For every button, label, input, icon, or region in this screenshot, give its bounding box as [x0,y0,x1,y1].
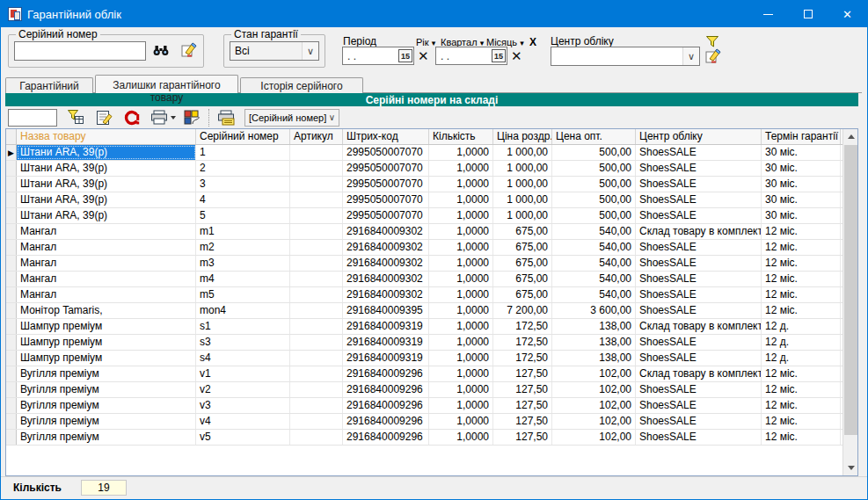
table-cell[interactable]: ShoesSALE [636,177,762,192]
table-cell[interactable]: 7 200,00 [493,303,552,318]
table-cell[interactable]: 1,0000 [429,208,493,223]
table-cell[interactable]: 102,00 [552,382,636,397]
table-cell[interactable]: 12 д. [762,351,841,366]
vertical-scrollbar[interactable] [842,129,857,475]
table-cell[interactable]: m2 [196,240,290,255]
table-cell[interactable]: Штани ARA, 39(р) [17,192,196,207]
column-header-4[interactable]: Кількість [429,129,493,144]
table-cell[interactable]: 1,0000 [429,366,493,381]
table-cell[interactable]: 12 міс. [762,287,841,302]
table-cell[interactable]: m4 [196,272,290,286]
table-cell[interactable]: 540,00 [552,240,636,255]
table-cell[interactable]: 1 [196,145,290,160]
table-cell[interactable]: 1,0000 [429,319,493,334]
table-cell[interactable]: 1,0000 [429,382,493,397]
table-cell[interactable]: m1 [196,224,290,239]
table-cell[interactable]: v5 [196,430,290,445]
table-cell[interactable]: 102,00 [552,414,636,429]
table-cell[interactable]: ShoesSALE [636,161,762,176]
table-cell[interactable] [290,319,343,334]
table-cell[interactable]: 1,0000 [429,287,493,302]
table-cell[interactable]: 2916840009395 [343,303,429,318]
table-cell[interactable]: Мангал [17,256,196,271]
table-cell[interactable]: Мангал [17,287,196,302]
table-cell[interactable]: 1,0000 [429,414,493,429]
table-cell[interactable]: 3 [196,177,290,192]
column-header-0[interactable]: Назва товару [17,129,196,144]
clear-serial-button[interactable] [179,40,199,59]
table-cell[interactable] [290,382,343,397]
table-cell[interactable] [290,256,343,271]
table-cell[interactable]: 138,00 [552,351,636,366]
table-cell[interactable]: Шампур преміум [17,351,196,366]
column-header-7[interactable]: Центр обліку [636,129,762,144]
table-cell[interactable]: 127,50 [493,382,552,397]
table-cell[interactable]: 2995050007070 [343,192,429,207]
table-cell[interactable]: 127,50 [493,398,552,413]
table-cell[interactable]: 675,00 [493,224,552,239]
table-cell[interactable] [290,351,343,366]
table-cell[interactable]: 2916840009319 [343,335,429,350]
table-cell[interactable]: 1,0000 [429,430,493,445]
scroll-thumb[interactable] [844,145,857,435]
table-cell[interactable]: 172,50 [493,319,552,334]
grouping-combo[interactable]: [Серійний номер] ∨ [244,109,339,127]
table-cell[interactable]: 1,0000 [429,224,493,239]
table-cell[interactable]: 1,0000 [429,240,493,255]
table-cell[interactable]: 12 міс. [762,256,841,271]
scroll-up-button[interactable] [843,129,858,144]
column-header-3[interactable]: Штрих-код [343,129,429,144]
table-cell[interactable] [290,335,343,350]
table-cell[interactable] [290,287,343,302]
table-cell[interactable]: 12 міс. [762,414,841,429]
table-cell[interactable]: 172,50 [493,335,552,350]
table-cell[interactable]: Вугілля преміум [17,430,196,445]
clear-center-button[interactable] [704,46,723,65]
table-cell[interactable]: v4 [196,414,290,429]
table-cell[interactable]: 2916840009296 [343,398,429,413]
calendar-icon[interactable]: 15 [398,49,412,62]
table-cell[interactable]: Мангал [17,224,196,239]
table-cell[interactable]: 102,00 [552,398,636,413]
table-cell[interactable] [290,192,343,207]
table-cell[interactable]: v1 [196,366,290,381]
table-cell[interactable]: 500,00 [552,177,636,192]
table-cell[interactable]: Вугілля преміум [17,414,196,429]
table-cell[interactable]: 2916840009296 [343,382,429,397]
table-cell[interactable]: Склад товару в комплекті д. [636,319,762,334]
column-header-8[interactable]: Термін гарантії [762,129,841,144]
table-cell[interactable]: 2916840009296 [343,430,429,445]
table-cell[interactable] [290,240,343,255]
binoculars-search-button[interactable] [152,41,170,59]
table-cell[interactable]: 1,0000 [429,256,493,271]
table-cell[interactable]: 30 міс. [762,145,841,160]
table-cell[interactable]: 500,00 [552,192,636,207]
table-cell[interactable]: Штани ARA, 39(р) [17,161,196,176]
table-cell[interactable]: 500,00 [552,145,636,160]
table-cell[interactable]: 1,0000 [429,272,493,286]
table-cell[interactable]: ShoesSALE [636,303,762,318]
table-cell[interactable]: mon4 [196,303,290,318]
table-cell[interactable]: 675,00 [493,240,552,255]
table-cell[interactable] [290,208,343,223]
table-cell[interactable]: 540,00 [552,224,636,239]
table-cell[interactable]: Штани ARA, 39(р) [17,208,196,223]
table-cell[interactable]: 12 міс. [762,382,841,397]
table-cell[interactable]: 12 міс. [762,272,841,286]
table-cell[interactable] [290,272,343,286]
table-cell[interactable]: Шампур преміум [17,319,196,334]
table-cell[interactable]: 3 600,00 [552,303,636,318]
table-cell[interactable]: 1,0000 [429,192,493,207]
table-cell[interactable]: ShoesSALE [636,208,762,223]
table-cell[interactable]: ShoesSALE [636,272,762,286]
table-cell[interactable]: Шампур преміум [17,335,196,350]
table-cell[interactable]: 138,00 [552,319,636,334]
edit-filter-button[interactable] [92,108,115,127]
table-cell[interactable]: 172,50 [493,351,552,366]
table-cell[interactable]: 2 [196,161,290,176]
table-cell[interactable]: 30 міс. [762,192,841,207]
table-cell[interactable]: m3 [196,256,290,271]
table-cell[interactable]: 138,00 [552,335,636,350]
table-cell[interactable]: 12 міс. [762,240,841,255]
appearance-button[interactable] [180,108,203,127]
